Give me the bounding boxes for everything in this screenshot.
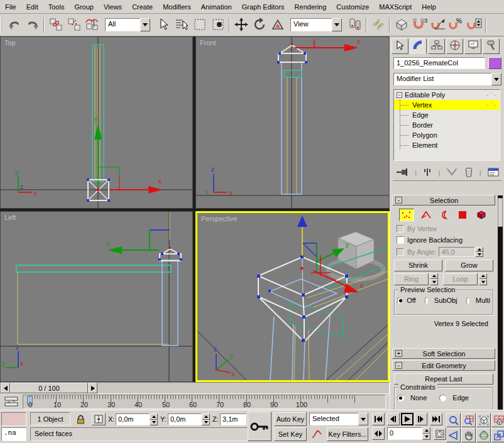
key-subset-dropdown-button[interactable] [358, 413, 368, 425]
next-frame-button[interactable] [415, 413, 427, 425]
configure-modifier-sets-icon[interactable] [488, 167, 499, 178]
toolbar-grip[interactable] [1, 18, 3, 33]
viewport-front-label[interactable]: Front [200, 39, 216, 46]
viewport-top[interactable]: Top y x y z [0, 36, 193, 209]
ignore-backfacing-checkbox[interactable] [397, 236, 404, 244]
preview-multi-radio[interactable] [466, 297, 469, 304]
selection-filter-dropdown-button[interactable] [140, 18, 150, 31]
utilities-tab[interactable] [483, 38, 500, 54]
modifier-list-value[interactable]: Modifier List [393, 73, 491, 85]
key-subset-value[interactable]: Selected [309, 413, 358, 425]
soft-selection-rollout-header[interactable]: + Soft Selection [392, 348, 495, 359]
time-configuration-button[interactable] [434, 427, 446, 440]
time-slider-handle[interactable]: 0 / 100 [10, 383, 88, 393]
selection-filter-combo[interactable]: All [105, 18, 150, 31]
menu-group[interactable]: Group [69, 1, 99, 13]
default-in-out-tangent-button[interactable] [309, 427, 324, 441]
stack-row-edge[interactable]: Edge [394, 110, 500, 120]
constraints-edge-radio[interactable] [439, 395, 446, 402]
perspective-viewport-scene[interactable]: y x z y x [197, 213, 388, 380]
viewport-left-label[interactable]: Left [4, 214, 16, 221]
front-viewport-scene[interactable]: x z y x [196, 37, 390, 209]
viewport-perspective[interactable]: Perspective [195, 211, 390, 382]
border-icon[interactable] [438, 209, 451, 221]
loop-button[interactable]: Loop [443, 273, 478, 285]
collapse-icon[interactable]: − [397, 92, 402, 98]
left-viewport-scene[interactable]: y z y x [1, 212, 193, 382]
select-and-move-button[interactable] [232, 16, 250, 34]
by-angle-spinner[interactable] [475, 247, 483, 257]
select-object-button[interactable] [154, 16, 172, 34]
collapse-icon[interactable]: - [395, 362, 402, 369]
menu-tools[interactable]: Tools [43, 1, 70, 13]
ring-spinner[interactable] [430, 273, 438, 285]
redo-button[interactable] [23, 16, 41, 34]
by-angle-field[interactable]: 45,0 [439, 247, 475, 257]
z-field[interactable]: 3,1m [220, 413, 246, 425]
go-to-end-button[interactable] [430, 413, 442, 425]
object-name-field[interactable]: 1_0256_RemateCol [393, 57, 485, 69]
use-pivot-point-center-button[interactable] [346, 16, 364, 34]
viewport-top-label[interactable]: Top [4, 39, 16, 46]
viewport-front[interactable]: Front x z y x [195, 36, 390, 209]
modifier-list-dropdown-button[interactable] [491, 73, 501, 85]
ring-button[interactable]: Ring [394, 273, 429, 285]
menu-file[interactable]: File [0, 1, 21, 13]
x-spinner[interactable] [150, 413, 158, 425]
window-crossing-button[interactable] [209, 16, 227, 34]
modifier-list-combo[interactable]: Modifier List [393, 73, 501, 85]
pan-button[interactable] [461, 428, 476, 442]
zoom-extents-button[interactable] [476, 413, 491, 427]
go-to-start-button[interactable] [372, 413, 385, 425]
edge-icon[interactable] [420, 209, 432, 221]
track-bar[interactable]: 0 10 20 30 40 50 60 70 80 90 100 [0, 394, 390, 410]
menu-edit[interactable]: Edit [21, 1, 43, 13]
select-by-name-button[interactable] [172, 16, 190, 34]
grow-button[interactable]: Grow [445, 260, 493, 271]
command-panel-scrollbar[interactable] [498, 195, 503, 443]
create-tab[interactable] [392, 38, 408, 54]
remove-modifier-icon[interactable] [464, 167, 473, 178]
show-end-result-icon[interactable] [423, 167, 432, 178]
element-icon[interactable] [474, 209, 488, 221]
preview-subobj-radio[interactable] [425, 297, 428, 304]
stack-row-polygon[interactable]: Polygon [394, 130, 500, 140]
shrink-button[interactable]: Shrink [394, 260, 442, 271]
preview-off-radio[interactable] [397, 297, 400, 304]
menu-animation[interactable]: Animation [196, 1, 237, 13]
field-of-view-button[interactable] [446, 428, 461, 442]
key-filters-button[interactable]: Key Filters... [327, 427, 368, 441]
select-and-manipulate-button[interactable] [369, 16, 387, 34]
zoom-button[interactable] [446, 413, 461, 427]
coord-system-dropdown-button[interactable] [332, 18, 342, 31]
frame-spinner[interactable] [422, 427, 430, 440]
modify-tab[interactable] [410, 38, 427, 54]
unlink-selection-button[interactable] [65, 16, 83, 34]
constraints-none-radio[interactable] [397, 395, 404, 402]
select-and-link-button[interactable] [47, 16, 65, 34]
polygon-icon[interactable] [456, 209, 469, 221]
selection-filter-value[interactable]: All [105, 18, 140, 31]
collapse-icon[interactable]: - [395, 197, 402, 204]
menu-customize[interactable]: Customize [331, 1, 374, 13]
time-slider-next-button[interactable] [88, 383, 97, 393]
snaps-toggle-button[interactable] [392, 16, 410, 34]
menu-help[interactable]: Help [417, 1, 441, 13]
select-and-rotate-button[interactable] [250, 16, 268, 34]
absolute-offset-toggle[interactable] [92, 413, 106, 425]
edit-geometry-rollout-header[interactable]: - Edit Geometry [392, 360, 495, 371]
menu-maxscript[interactable]: MAXScript [374, 1, 417, 13]
current-frame-field[interactable]: 0 [387, 427, 422, 440]
by-vertex-checkbox[interactable] [397, 225, 404, 232]
zoom-all-button[interactable] [461, 413, 476, 427]
track-bar-ruler[interactable]: 0 10 20 30 40 50 60 70 80 90 100 [23, 395, 386, 409]
open-mini-curve-editor-button[interactable] [2, 395, 21, 408]
time-slider[interactable]: 0 / 100 [0, 382, 390, 394]
maxscript-mini-listener[interactable]: .na [1, 427, 26, 441]
stack-row-vertex[interactable]: Vertex ·˙· [394, 100, 500, 110]
select-and-scale-button[interactable] [268, 16, 287, 34]
auto-key-button[interactable]: Auto Key [274, 412, 307, 426]
set-keys-button[interactable] [248, 412, 271, 441]
coord-system-value[interactable]: View [290, 18, 332, 31]
bind-to-spacewarp-button[interactable] [83, 16, 101, 34]
